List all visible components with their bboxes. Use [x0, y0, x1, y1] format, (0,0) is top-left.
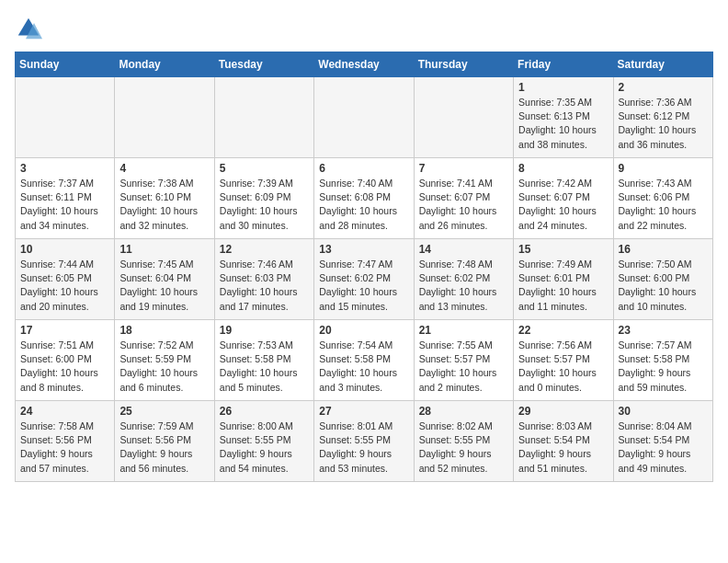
day-number: 5 — [220, 162, 309, 175]
day-info: Sunrise: 7:46 AM Sunset: 6:03 PM Dayligh… — [220, 258, 309, 314]
calendar-cell: 11Sunrise: 7:45 AM Sunset: 6:04 PM Dayli… — [115, 239, 214, 320]
calendar-cell — [16, 77, 115, 158]
day-number: 2 — [619, 81, 708, 94]
day-info: Sunrise: 7:44 AM Sunset: 6:05 PM Dayligh… — [20, 258, 109, 314]
day-number: 24 — [20, 405, 109, 418]
day-info: Sunrise: 8:03 AM Sunset: 5:54 PM Dayligh… — [518, 419, 608, 476]
day-info: Sunrise: 7:56 AM Sunset: 5:57 PM Dayligh… — [518, 339, 608, 395]
calendar-cell: 3Sunrise: 7:37 AM Sunset: 6:11 PM Daylig… — [16, 158, 115, 239]
calendar-header-friday: Friday — [514, 52, 613, 77]
day-info: Sunrise: 8:02 AM Sunset: 5:55 PM Dayligh… — [419, 419, 508, 476]
day-info: Sunrise: 7:49 AM Sunset: 6:01 PM Dayligh… — [518, 258, 608, 314]
calendar-cell: 6Sunrise: 7:40 AM Sunset: 6:08 PM Daylig… — [314, 158, 414, 239]
day-info: Sunrise: 7:38 AM Sunset: 6:10 PM Dayligh… — [119, 177, 209, 233]
calendar-cell — [414, 77, 513, 158]
calendar-header-monday: Monday — [115, 52, 214, 77]
day-number: 11 — [119, 243, 209, 256]
day-number: 14 — [419, 243, 508, 256]
day-info: Sunrise: 7:39 AM Sunset: 6:09 PM Dayligh… — [220, 177, 309, 233]
day-number: 17 — [20, 324, 109, 337]
day-number: 19 — [220, 324, 309, 337]
day-info: Sunrise: 7:52 AM Sunset: 5:59 PM Dayligh… — [119, 339, 209, 395]
calendar-cell: 4Sunrise: 7:38 AM Sunset: 6:10 PM Daylig… — [115, 158, 214, 239]
calendar-header-saturday: Saturday — [613, 52, 712, 77]
calendar-week-row: 10Sunrise: 7:44 AM Sunset: 6:05 PM Dayli… — [16, 239, 713, 320]
day-number: 28 — [419, 405, 508, 418]
day-info: Sunrise: 7:37 AM Sunset: 6:11 PM Dayligh… — [20, 177, 109, 233]
day-number: 30 — [619, 405, 708, 418]
day-number: 7 — [419, 162, 508, 175]
day-info: Sunrise: 7:48 AM Sunset: 6:02 PM Dayligh… — [419, 258, 508, 314]
calendar-cell: 26Sunrise: 8:00 AM Sunset: 5:55 PM Dayli… — [214, 401, 313, 482]
day-info: Sunrise: 8:00 AM Sunset: 5:55 PM Dayligh… — [220, 419, 309, 476]
calendar-cell — [214, 77, 313, 158]
day-number: 12 — [220, 243, 309, 256]
logo-icon — [15, 15, 42, 42]
day-info: Sunrise: 8:01 AM Sunset: 5:55 PM Dayligh… — [319, 419, 408, 476]
logo — [15, 15, 46, 42]
day-number: 22 — [518, 324, 608, 337]
day-info: Sunrise: 7:43 AM Sunset: 6:06 PM Dayligh… — [619, 177, 708, 233]
calendar-header-thursday: Thursday — [414, 52, 513, 77]
day-number: 10 — [20, 243, 109, 256]
calendar-cell: 5Sunrise: 7:39 AM Sunset: 6:09 PM Daylig… — [214, 158, 313, 239]
day-number: 18 — [119, 324, 209, 337]
calendar-header-row: SundayMondayTuesdayWednesdayThursdayFrid… — [16, 52, 713, 77]
day-info: Sunrise: 7:58 AM Sunset: 5:56 PM Dayligh… — [20, 419, 109, 476]
day-info: Sunrise: 7:42 AM Sunset: 6:07 PM Dayligh… — [518, 177, 608, 233]
day-number: 1 — [518, 81, 608, 94]
calendar-table: SundayMondayTuesdayWednesdayThursdayFrid… — [15, 52, 713, 482]
day-number: 15 — [518, 243, 608, 256]
day-info: Sunrise: 7:35 AM Sunset: 6:13 PM Dayligh… — [518, 96, 608, 152]
calendar-week-row: 3Sunrise: 7:37 AM Sunset: 6:11 PM Daylig… — [16, 158, 713, 239]
day-info: Sunrise: 7:47 AM Sunset: 6:02 PM Dayligh… — [319, 258, 408, 314]
calendar-cell: 28Sunrise: 8:02 AM Sunset: 5:55 PM Dayli… — [414, 401, 513, 482]
calendar-cell: 15Sunrise: 7:49 AM Sunset: 6:01 PM Dayli… — [514, 239, 613, 320]
calendar-cell — [314, 77, 414, 158]
day-info: Sunrise: 7:45 AM Sunset: 6:04 PM Dayligh… — [119, 258, 209, 314]
day-info: Sunrise: 7:51 AM Sunset: 6:00 PM Dayligh… — [20, 339, 109, 395]
calendar-week-row: 1Sunrise: 7:35 AM Sunset: 6:13 PM Daylig… — [16, 77, 713, 158]
calendar-cell: 13Sunrise: 7:47 AM Sunset: 6:02 PM Dayli… — [314, 239, 414, 320]
day-number: 26 — [220, 405, 309, 418]
day-info: Sunrise: 7:36 AM Sunset: 6:12 PM Dayligh… — [619, 96, 708, 152]
day-number: 29 — [518, 405, 608, 418]
day-info: Sunrise: 7:50 AM Sunset: 6:00 PM Dayligh… — [619, 258, 708, 314]
calendar-cell: 7Sunrise: 7:41 AM Sunset: 6:07 PM Daylig… — [414, 158, 513, 239]
calendar-cell: 18Sunrise: 7:52 AM Sunset: 5:59 PM Dayli… — [115, 320, 214, 401]
calendar-header-sunday: Sunday — [16, 52, 115, 77]
calendar-cell: 10Sunrise: 7:44 AM Sunset: 6:05 PM Dayli… — [16, 239, 115, 320]
day-number: 23 — [619, 324, 708, 337]
calendar-cell: 14Sunrise: 7:48 AM Sunset: 6:02 PM Dayli… — [414, 239, 513, 320]
calendar-cell: 20Sunrise: 7:54 AM Sunset: 5:58 PM Dayli… — [314, 320, 414, 401]
calendar-cell: 1Sunrise: 7:35 AM Sunset: 6:13 PM Daylig… — [514, 77, 613, 158]
page-header — [15, 15, 713, 42]
calendar-cell: 12Sunrise: 7:46 AM Sunset: 6:03 PM Dayli… — [214, 239, 313, 320]
calendar-cell: 2Sunrise: 7:36 AM Sunset: 6:12 PM Daylig… — [613, 77, 712, 158]
calendar-cell: 30Sunrise: 8:04 AM Sunset: 5:54 PM Dayli… — [613, 401, 712, 482]
calendar-cell: 16Sunrise: 7:50 AM Sunset: 6:00 PM Dayli… — [613, 239, 712, 320]
day-number: 20 — [319, 324, 408, 337]
day-number: 21 — [419, 324, 508, 337]
calendar-cell — [115, 77, 214, 158]
calendar-cell: 23Sunrise: 7:57 AM Sunset: 5:58 PM Dayli… — [613, 320, 712, 401]
day-info: Sunrise: 8:04 AM Sunset: 5:54 PM Dayligh… — [619, 419, 708, 476]
calendar-header-wednesday: Wednesday — [314, 52, 414, 77]
day-number: 9 — [619, 162, 708, 175]
calendar-cell: 21Sunrise: 7:55 AM Sunset: 5:57 PM Dayli… — [414, 320, 513, 401]
day-info: Sunrise: 7:40 AM Sunset: 6:08 PM Dayligh… — [319, 177, 408, 233]
day-number: 4 — [119, 162, 209, 175]
calendar-cell: 27Sunrise: 8:01 AM Sunset: 5:55 PM Dayli… — [314, 401, 414, 482]
calendar-cell: 24Sunrise: 7:58 AM Sunset: 5:56 PM Dayli… — [16, 401, 115, 482]
calendar-cell: 8Sunrise: 7:42 AM Sunset: 6:07 PM Daylig… — [514, 158, 613, 239]
day-number: 8 — [518, 162, 608, 175]
calendar-header-tuesday: Tuesday — [214, 52, 313, 77]
calendar-week-row: 17Sunrise: 7:51 AM Sunset: 6:00 PM Dayli… — [16, 320, 713, 401]
day-info: Sunrise: 7:53 AM Sunset: 5:58 PM Dayligh… — [220, 339, 309, 395]
day-info: Sunrise: 7:57 AM Sunset: 5:58 PM Dayligh… — [619, 339, 708, 395]
calendar-cell: 29Sunrise: 8:03 AM Sunset: 5:54 PM Dayli… — [514, 401, 613, 482]
calendar-cell: 17Sunrise: 7:51 AM Sunset: 6:00 PM Dayli… — [16, 320, 115, 401]
calendar-cell: 19Sunrise: 7:53 AM Sunset: 5:58 PM Dayli… — [214, 320, 313, 401]
day-number: 6 — [319, 162, 408, 175]
day-info: Sunrise: 7:41 AM Sunset: 6:07 PM Dayligh… — [419, 177, 508, 233]
